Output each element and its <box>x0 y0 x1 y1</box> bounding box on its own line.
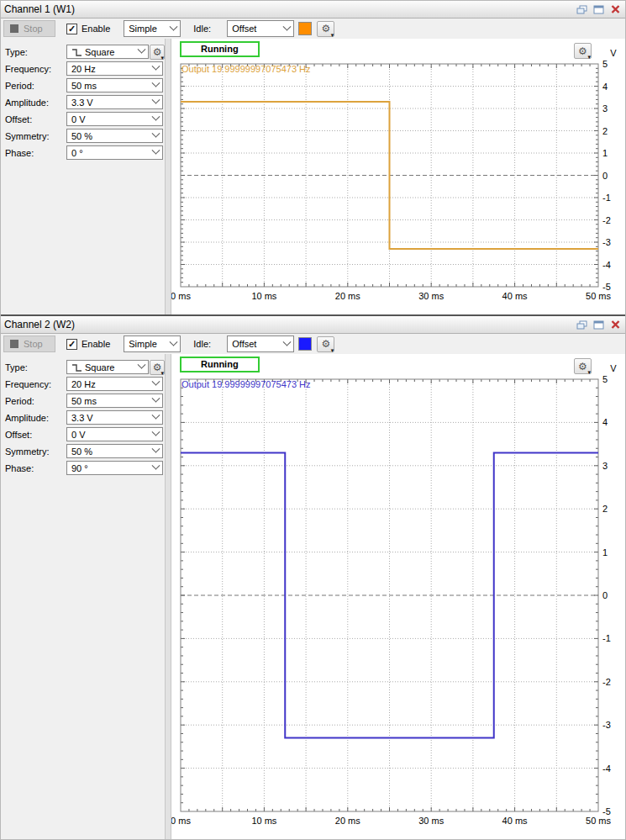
symmetry-value: 50 % <box>71 131 150 141</box>
period-label: Period: <box>5 396 66 406</box>
chevron-down-icon <box>152 113 160 121</box>
maximize-icon[interactable] <box>592 320 604 330</box>
svg-text:V: V <box>610 363 617 373</box>
svg-text:0: 0 <box>602 171 608 181</box>
phase-label: Phase: <box>5 463 66 473</box>
symmetry-value: 50 % <box>71 446 150 457</box>
stop-square-icon <box>10 340 18 348</box>
close-icon[interactable] <box>609 320 621 330</box>
type-row: Type: Square ⚙ ▾ <box>5 360 165 374</box>
phase-select[interactable]: 0 ° <box>66 145 163 160</box>
plot-settings-button[interactable]: ⚙ ▾ <box>574 43 592 59</box>
chevron-down-icon <box>152 62 160 71</box>
dropdown-arrow-icon: ▾ <box>331 347 334 353</box>
plot-settings-button[interactable]: ⚙ ▾ <box>574 358 592 374</box>
channel-settings-button[interactable]: ⚙ ▾ <box>317 21 334 37</box>
plot-canvas[interactable]: 0 ms10 ms20 ms30 ms40 ms50 ms543210-1-2-… <box>171 354 625 839</box>
chevron-down-icon <box>170 337 178 346</box>
idle-value: Offset <box>232 24 281 34</box>
stop-button[interactable]: Stop <box>3 20 55 37</box>
svg-text:40 ms: 40 ms <box>502 816 528 826</box>
channel1-waveform-plot[interactable]: Running Output 19.99999997075473 Hz ⚙ ▾ … <box>171 39 625 314</box>
svg-text:3: 3 <box>602 461 608 471</box>
type-label: Type: <box>5 47 66 57</box>
chevron-down-icon <box>152 378 160 386</box>
period-select[interactable]: 50 ms <box>66 394 163 408</box>
svg-text:-1: -1 <box>602 633 611 643</box>
svg-text:-1: -1 <box>602 193 611 203</box>
panel-splitter[interactable] <box>165 354 171 839</box>
enable-checkbox[interactable]: ✓ Enable <box>66 24 110 34</box>
mode-value: Simple <box>129 24 167 34</box>
type-settings-button[interactable]: ⚙ ▾ <box>150 360 165 375</box>
type-select[interactable]: Square <box>66 45 149 59</box>
gear-icon: ⚙ <box>578 362 587 372</box>
stop-button-label: Stop <box>24 24 43 34</box>
phase-select[interactable]: 90 ° <box>66 461 163 475</box>
offset-value: 0 V <box>71 114 150 124</box>
frequency-select[interactable]: 20 Hz <box>66 377 163 391</box>
offset-row: Offset: 0 V <box>5 112 165 126</box>
mode-select[interactable]: Simple <box>124 335 181 352</box>
symmetry-row: Symmetry: 50 % <box>5 444 165 458</box>
idle-label: Idle: <box>193 339 227 349</box>
svg-text:2: 2 <box>602 126 608 136</box>
svg-text:5: 5 <box>602 374 608 384</box>
channel-color-swatch[interactable] <box>298 337 312 351</box>
frequency-row: Frequency: 20 Hz <box>5 377 165 391</box>
phase-label: Phase: <box>5 148 66 158</box>
wavegen-window: Channel 1 (W1) Stop ✓ Enable <box>0 0 626 840</box>
phase-value: 0 ° <box>71 148 150 158</box>
stop-button[interactable]: Stop <box>3 335 55 352</box>
channel-color-swatch[interactable] <box>298 22 312 35</box>
offset-select[interactable]: 0 V <box>66 112 163 126</box>
symmetry-select[interactable]: 50 % <box>66 129 163 143</box>
frequency-label: Frequency: <box>5 379 66 389</box>
dropdown-arrow-icon: ▾ <box>160 370 164 376</box>
svg-text:0: 0 <box>602 590 608 600</box>
amplitude-value: 3.3 V <box>71 413 150 423</box>
enable-label: Enable <box>82 24 110 34</box>
mode-select[interactable]: Simple <box>124 20 181 37</box>
frequency-select[interactable]: 20 Hz <box>66 61 163 76</box>
idle-select[interactable]: Offset <box>227 335 294 352</box>
running-status-badge: Running <box>180 357 260 372</box>
svg-text:50 ms: 50 ms <box>586 291 611 301</box>
svg-text:-3: -3 <box>602 720 611 730</box>
restore-icon[interactable] <box>576 320 587 330</box>
type-select[interactable]: Square <box>66 360 149 374</box>
panel-splitter[interactable] <box>165 39 171 314</box>
svg-text:0 ms: 0 ms <box>171 291 191 301</box>
idle-select[interactable]: Offset <box>227 20 294 37</box>
output-frequency-text: Output 19.99999997075473 Hz <box>181 64 311 74</box>
restore-icon[interactable] <box>576 4 587 14</box>
svg-text:-2: -2 <box>602 677 611 687</box>
offset-select[interactable]: 0 V <box>66 427 163 441</box>
amplitude-row: Amplitude: 3.3 V <box>5 95 165 109</box>
symmetry-label: Symmetry: <box>5 131 66 141</box>
channel1-title: Channel 1 (W1) <box>4 3 576 15</box>
svg-text:-5: -5 <box>602 806 611 816</box>
enable-checkbox[interactable]: ✓ Enable <box>66 339 110 350</box>
period-select[interactable]: 50 ms <box>66 78 163 92</box>
plot-canvas[interactable]: 0 ms10 ms20 ms30 ms40 ms50 ms543210-1-2-… <box>171 39 625 314</box>
channel2-waveform-plot[interactable]: Running Output 19.99999997075473 Hz ⚙ ▾ … <box>171 354 625 839</box>
channel1-titlebar: Channel 1 (W1) <box>1 1 625 18</box>
amplitude-label: Amplitude: <box>5 413 66 423</box>
maximize-icon[interactable] <box>592 4 604 14</box>
svg-text:1: 1 <box>602 148 608 158</box>
svg-text:4: 4 <box>602 417 608 427</box>
chevron-down-icon <box>138 45 146 54</box>
channel2-content: Type: Square ⚙ ▾ Frequency: 20 Hz <box>1 354 625 839</box>
amplitude-select[interactable]: 3.3 V <box>66 95 163 109</box>
period-row: Period: 50 ms <box>5 78 165 92</box>
close-icon[interactable] <box>609 4 621 14</box>
type-settings-button[interactable]: ⚙ ▾ <box>150 45 165 60</box>
output-frequency-text: Output 19.99999997075473 Hz <box>181 379 311 389</box>
frequency-value: 20 Hz <box>71 379 150 389</box>
frequency-value: 20 Hz <box>71 64 150 74</box>
amplitude-select[interactable]: 3.3 V <box>66 410 163 425</box>
symmetry-select[interactable]: 50 % <box>66 444 163 458</box>
channel-settings-button[interactable]: ⚙ ▾ <box>317 336 334 352</box>
type-value: Square <box>85 362 135 372</box>
